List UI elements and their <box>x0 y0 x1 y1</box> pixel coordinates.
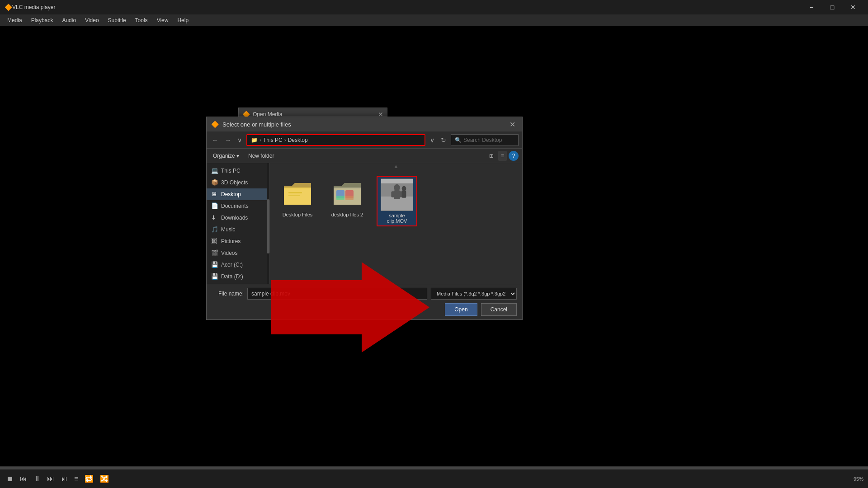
menu-view[interactable]: View <box>153 16 172 24</box>
sidebar-item-3d-objects[interactable]: 📦 3D Objects <box>207 177 269 188</box>
playlist-button[interactable]: ≡ <box>72 474 80 484</box>
sidebar-item-downloads[interactable]: ⬇ Downloads <box>207 212 269 224</box>
desktop-icon: 🖥 <box>211 191 218 198</box>
folder-thumbnail-desktop-files <box>281 178 314 210</box>
vlc-progress-bar[interactable] <box>0 467 868 469</box>
help-button[interactable]: ? <box>509 151 519 161</box>
view-icons-button[interactable]: ⊞ <box>486 151 496 161</box>
sidebar-item-nvme-e[interactable]: 💾 NVME (E:) <box>207 282 269 284</box>
nav-dropdown-button[interactable]: ∨ <box>236 136 244 145</box>
svg-rect-14 <box>381 179 413 183</box>
fp-action-row: Open Cancel <box>212 303 517 316</box>
menu-help[interactable]: Help <box>174 16 192 24</box>
svg-point-8 <box>394 184 400 192</box>
data-d-icon: 💾 <box>211 273 218 280</box>
video-thumb-image <box>381 178 413 211</box>
menu-media[interactable]: Media <box>4 16 26 24</box>
sidebar-item-music[interactable]: 🎵 Music <box>207 224 269 235</box>
nav-back-button[interactable]: ← <box>210 136 220 145</box>
sidebar-item-this-pc[interactable]: 💻 This PC <box>207 165 269 177</box>
sidebar-label-acer-c: Acer (C:) <box>221 262 243 268</box>
sidebar-item-desktop[interactable]: 🖥 Desktop <box>207 188 269 200</box>
file-picker-titlebar: 🔶 Select one or multiple files ✕ <box>207 117 522 131</box>
file-item-sample-clip[interactable]: sample clip.MOV <box>377 176 417 226</box>
sidebar-label-data-d: Data (D:) <box>221 273 243 280</box>
cancel-button[interactable]: Cancel <box>481 303 517 316</box>
minimize-button[interactable]: − <box>801 0 822 14</box>
view-list-button[interactable]: ≡ <box>498 151 507 161</box>
sidebar-item-pictures[interactable]: 🖼 Pictures <box>207 235 269 247</box>
fp-filename-row: File name: Media Files (*.3q2 *.3gp *.3g… <box>212 288 517 300</box>
breadcrumb-expand-button[interactable]: ∨ <box>428 136 436 145</box>
breadcrumb-folder-icon: 📁 <box>251 137 258 143</box>
sidebar-label-desktop: Desktop <box>221 191 241 197</box>
vlc-controls: ⏹ ⏮ ⏸ ⏭ ⏯ ≡ 🔁 🔀 95% <box>0 469 868 488</box>
documents-icon: 📄 <box>211 202 218 210</box>
music-icon: 🎵 <box>211 226 218 233</box>
open-button[interactable]: Open <box>445 303 477 316</box>
3d-objects-icon: 📦 <box>211 179 218 186</box>
breadcrumb-bar[interactable]: 📁 › This PC › Desktop <box>246 134 425 146</box>
breadcrumb-sep1: › <box>259 137 261 143</box>
folder-thumbnail-desktop-files-2 <box>331 178 363 210</box>
search-placeholder: Search Desktop <box>463 137 502 143</box>
video-thumbnail-sample-clip <box>381 178 413 211</box>
sidebar-scrollbar[interactable] <box>267 163 269 284</box>
menu-audio[interactable]: Audio <box>58 16 80 24</box>
file-picker-dialog: 🔶 Select one or multiple files ✕ ← → ∨ 📁… <box>206 117 523 320</box>
loop-button[interactable]: 🔁 <box>83 474 95 484</box>
filename-input[interactable] <box>247 288 427 300</box>
sidebar-label-music: Music <box>221 226 235 233</box>
svg-rect-10 <box>391 191 395 197</box>
frame-button[interactable]: ⏯ <box>59 474 70 484</box>
svg-rect-5 <box>345 196 354 200</box>
sidebar-item-data-d[interactable]: 💾 Data (D:) <box>207 271 269 282</box>
svg-point-12 <box>402 186 406 192</box>
menu-tools[interactable]: Tools <box>132 16 151 24</box>
file-label-desktop-files-2: desktop files 2 <box>331 212 363 217</box>
folder-icon-svg-2 <box>333 182 362 206</box>
vlc-titlebar: 🔶 VLC media player − □ ✕ <box>0 0 868 14</box>
play-button[interactable]: ⏸ <box>32 474 42 484</box>
file-picker-close-button[interactable]: ✕ <box>507 119 518 130</box>
acer-c-icon: 💾 <box>211 261 218 268</box>
menu-subtitle[interactable]: Subtitle <box>104 16 130 24</box>
organize-button[interactable]: Organize ▾ <box>210 152 242 160</box>
menu-video[interactable]: Video <box>81 16 102 24</box>
close-button[interactable]: ✕ <box>843 0 863 14</box>
refresh-button[interactable]: ↻ <box>439 136 448 145</box>
sidebar-item-documents[interactable]: 📄 Documents <box>207 200 269 212</box>
filename-label: File name: <box>212 291 244 297</box>
fp-toolbar: Organize ▾ New folder ⊞ ≡ ? <box>207 149 522 163</box>
file-picker-title: Select one or multiple files <box>222 121 291 128</box>
menu-playback[interactable]: Playback <box>28 16 57 24</box>
search-icon: 🔍 <box>455 137 462 143</box>
file-item-desktop-files[interactable]: Desktop Files <box>277 176 318 226</box>
sidebar-item-acer-c[interactable]: 💾 Acer (C:) <box>207 259 269 271</box>
search-box[interactable]: 🔍 Search Desktop <box>451 134 519 146</box>
file-item-desktop-files-2[interactable]: desktop files 2 <box>327 176 368 226</box>
file-picker-icon: 🔶 <box>211 121 219 128</box>
this-pc-icon: 💻 <box>211 167 218 174</box>
new-folder-button[interactable]: New folder <box>245 152 277 160</box>
random-button[interactable]: 🔀 <box>98 474 111 484</box>
sidebar-label-3d-objects: 3D Objects <box>221 179 248 186</box>
sidebar-label-documents: Documents <box>221 203 249 209</box>
stop-button[interactable]: ⏹ <box>5 474 15 484</box>
breadcrumb-thispc: This PC <box>263 137 283 143</box>
filetype-select[interactable]: Media Files (*.3q2 *.3gp *.3gp2 <box>431 288 517 300</box>
sidebar-scrollbar-thumb[interactable] <box>267 199 269 253</box>
prev-button[interactable]: ⏮ <box>18 474 29 484</box>
videos-icon: 🎬 <box>211 249 218 257</box>
volume-label: 95% <box>854 476 863 482</box>
sidebar-item-videos[interactable]: 🎬 Videos <box>207 247 269 259</box>
fp-files-area[interactable]: ▲ Desktop Files <box>270 163 522 284</box>
pictures-icon: 🖼 <box>211 238 218 245</box>
svg-rect-0 <box>288 192 302 193</box>
nav-forward-button[interactable]: → <box>223 136 233 145</box>
scroll-up-indicator[interactable]: ▲ <box>393 163 399 169</box>
next-button[interactable]: ⏭ <box>45 474 56 484</box>
file-label-sample-clip: sample clip.MOV <box>379 213 415 224</box>
window-controls: − □ ✕ <box>801 0 863 14</box>
maximize-button[interactable]: □ <box>822 0 843 14</box>
